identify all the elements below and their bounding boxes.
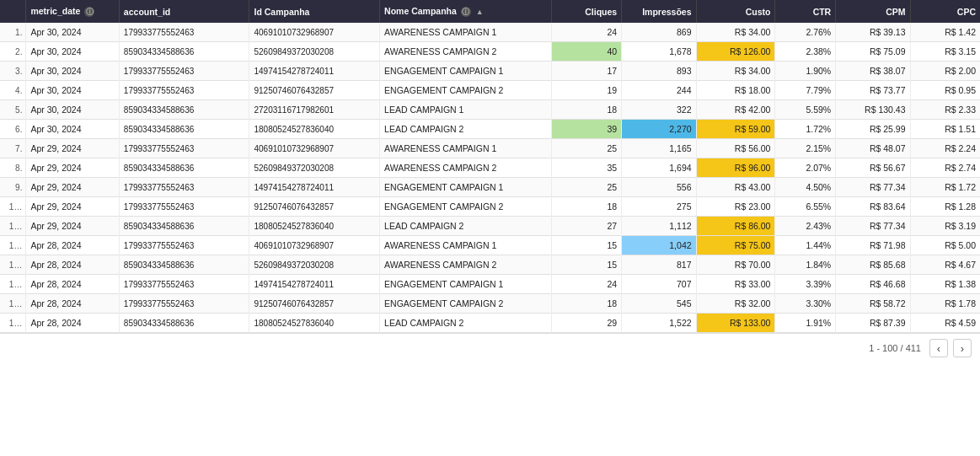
cell-cliques: 19 <box>552 81 622 100</box>
cell-camp-name: AWARENESS CAMPAIGN 2 <box>380 42 552 62</box>
metric-date-info-icon[interactable]: ⓘ <box>84 7 94 17</box>
cell-cpc: R$ 1.38 <box>910 275 980 294</box>
cell-camp-id: 52609849372030208 <box>249 42 380 62</box>
cell-custo: R$ 23.00 <box>696 197 775 217</box>
cell-cliques: 17 <box>552 62 622 81</box>
cell-cliques: 25 <box>552 139 622 158</box>
cell-account-id: 179933775552463 <box>119 236 249 255</box>
col-header-nome-campanha[interactable]: Nome Campanha ⓘ ▲ <box>380 0 552 23</box>
cell-cpm: R$ 75.09 <box>836 42 910 62</box>
cell-ctr: 2.15% <box>775 139 836 158</box>
col-header-num <box>0 0 26 23</box>
col-header-id-campanha[interactable]: Id Campanha <box>249 0 380 23</box>
cell-ctr: 1.84% <box>775 255 836 275</box>
cell-cpc: R$ 1.78 <box>910 294 980 314</box>
cell-date: Apr 30, 2024 <box>26 81 119 100</box>
cell-custo: R$ 33.00 <box>696 275 775 294</box>
cell-camp-id: 18080524527836040 <box>249 120 380 139</box>
col-label-cliques: Cliques <box>585 7 617 17</box>
cell-camp-id: 27203116717982601 <box>249 100 380 120</box>
cell-custo: R$ 126.00 <box>696 42 775 62</box>
table-header-row: metric_date ⓘ account_id Id Campanha Nom… <box>0 0 980 23</box>
cell-cpm: R$ 73.77 <box>836 81 910 100</box>
table-row: 1…Apr 29, 202417993377555246391250746076… <box>0 197 980 217</box>
col-header-impressoes[interactable]: Impressões <box>622 0 696 23</box>
col-header-account-id[interactable]: account_id <box>119 0 249 23</box>
cell-ctr: 1.72% <box>775 120 836 139</box>
cell-camp-name: ENGAGEMENT CAMPAIGN 1 <box>380 62 552 81</box>
cell-camp-name: AWARENESS CAMPAIGN 1 <box>380 23 552 42</box>
cell-account-id: 859034334588636 <box>119 158 249 178</box>
table-row: 1…Apr 29, 202485903433458863618080524527… <box>0 217 980 236</box>
cell-ctr: 7.79% <box>775 81 836 100</box>
cell-cliques: 15 <box>552 255 622 275</box>
cell-camp-name: ENGAGEMENT CAMPAIGN 1 <box>380 178 552 197</box>
col-label-account-id: account_id <box>124 7 170 17</box>
cell-custo: R$ 34.00 <box>696 62 775 81</box>
cell-cliques: 24 <box>552 275 622 294</box>
cell-num: 1… <box>0 275 26 294</box>
cell-cliques: 18 <box>552 294 622 314</box>
col-header-cpm[interactable]: CPM <box>836 0 910 23</box>
cell-custo: R$ 32.00 <box>696 294 775 314</box>
col-label-ctr: CTR <box>813 7 832 17</box>
cell-camp-id: 18080524527836040 <box>249 314 380 333</box>
col-label-cpm: CPM <box>886 7 905 17</box>
cell-date: Apr 28, 2024 <box>26 294 119 314</box>
page-info: 1 - 100 / 411 <box>869 343 921 353</box>
cell-account-id: 859034334588636 <box>119 42 249 62</box>
col-header-cliques[interactable]: Cliques <box>552 0 622 23</box>
cell-cpc: R$ 2.74 <box>910 158 980 178</box>
cell-custo: R$ 75.00 <box>696 236 775 255</box>
cell-num: 3. <box>0 62 26 81</box>
cell-custo: R$ 18.00 <box>696 81 775 100</box>
col-label-impressoes: Impressões <box>642 7 691 17</box>
table-row: 3.Apr 30, 202417993377555246314974154278… <box>0 62 980 81</box>
cell-date: Apr 28, 2024 <box>26 314 119 333</box>
cell-date: Apr 30, 2024 <box>26 62 119 81</box>
prev-page-button[interactable]: ‹ <box>929 339 948 357</box>
cell-date: Apr 28, 2024 <box>26 236 119 255</box>
cell-impressoes: 869 <box>622 23 696 42</box>
cell-account-id: 179933775552463 <box>119 275 249 294</box>
cell-impressoes: 1,112 <box>622 217 696 236</box>
next-page-button[interactable]: › <box>953 339 972 357</box>
cell-ctr: 2.07% <box>775 158 836 178</box>
cell-cpm: R$ 46.68 <box>836 275 910 294</box>
col-header-metric-date[interactable]: metric_date ⓘ <box>26 0 119 23</box>
table-row: 7.Apr 29, 202417993377555246340691010732… <box>0 139 980 158</box>
table-row: 1…Apr 28, 202417993377555246340691010732… <box>0 236 980 255</box>
cell-cpc: R$ 1.51 <box>910 120 980 139</box>
cell-camp-name: LEAD CAMPAIGN 1 <box>380 100 552 120</box>
cell-date: Apr 28, 2024 <box>26 275 119 294</box>
col-header-cpc[interactable]: CPC <box>910 0 980 23</box>
cell-ctr: 1.91% <box>775 314 836 333</box>
cell-num: 7. <box>0 139 26 158</box>
cell-camp-id: 91250746076432857 <box>249 294 380 314</box>
cell-date: Apr 29, 2024 <box>26 158 119 178</box>
table-row: 1…Apr 28, 202485903433458863652609849372… <box>0 255 980 275</box>
cell-ctr: 4.50% <box>775 178 836 197</box>
nome-campanha-sort-icon[interactable]: ▲ <box>476 8 484 16</box>
nome-campanha-info-icon[interactable]: ⓘ <box>461 7 471 17</box>
col-label-custo: Custo <box>746 7 771 17</box>
cell-cpc: R$ 5.00 <box>910 236 980 255</box>
cell-num: 1. <box>0 23 26 42</box>
cell-camp-name: AWARENESS CAMPAIGN 1 <box>380 236 552 255</box>
table-row: 1…Apr 28, 202417993377555246391250746076… <box>0 294 980 314</box>
table-row: 5.Apr 30, 202485903433458863627203116717… <box>0 100 980 120</box>
cell-cpc: R$ 4.67 <box>910 255 980 275</box>
cell-camp-name: ENGAGEMENT CAMPAIGN 1 <box>380 275 552 294</box>
cell-impressoes: 893 <box>622 62 696 81</box>
cell-cliques: 15 <box>552 236 622 255</box>
cell-impressoes: 322 <box>622 100 696 120</box>
cell-num: 1… <box>0 294 26 314</box>
cell-account-id: 859034334588636 <box>119 314 249 333</box>
cell-date: Apr 30, 2024 <box>26 100 119 120</box>
cell-ctr: 3.30% <box>775 294 836 314</box>
col-header-ctr[interactable]: CTR <box>775 0 836 23</box>
cell-date: Apr 30, 2024 <box>26 42 119 62</box>
col-header-custo[interactable]: Custo <box>696 0 775 23</box>
cell-cliques: 18 <box>552 197 622 217</box>
cell-impressoes: 1,522 <box>622 314 696 333</box>
